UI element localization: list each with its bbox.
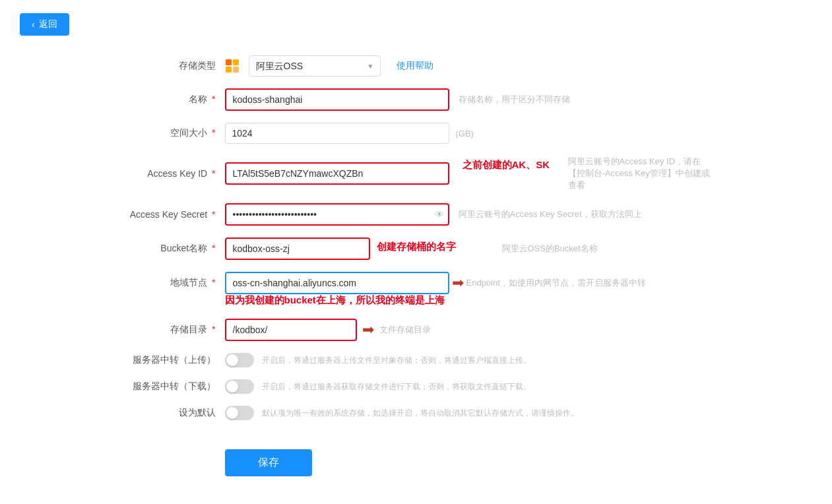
- access-secret-row: Access Key Secret * 👁 阿里云账号的Access Key S…: [119, 203, 713, 226]
- bucket-input[interactable]: [225, 237, 370, 260]
- access-secret-label: Access Key Secret *: [119, 209, 225, 220]
- server-upload-hint: 开启后，将通过服务器上传文件至对象存储；否则，将通过客户端直接上传。: [262, 355, 713, 366]
- default-hint: 默认项为唯一有效的系统存储，如选择开启，将自动取消其它默认存储方式，请谨慎操作。: [262, 408, 713, 419]
- endpoint-annotation-row: 因为我创建的bucket在上海，所以我的终端是上海: [225, 294, 713, 307]
- bucket-annotation: 创建存储桶的名字: [377, 241, 456, 253]
- dir-hint: 文件存储目录: [379, 324, 713, 336]
- access-key-id-input[interactable]: [225, 162, 449, 185]
- endpoint-arrow-icon: ➡: [452, 274, 464, 292]
- server-upload-row: 服务器中转（上传） 开启后，将通过服务器上传文件至对象存储；否则，将通过客户端直…: [119, 353, 713, 367]
- dir-row: 存储目录 * ➡ 文件存储目录: [119, 319, 713, 341]
- storage-type-select[interactable]: 阿里云OSS: [249, 55, 381, 77]
- endpoint-row: 地域节点 * ➡ Endpoint，如使用内网节点，需开启服务器中转 因为我创建…: [119, 272, 713, 307]
- size-unit: (GB): [456, 129, 474, 139]
- endpoint-required-star: *: [212, 277, 215, 288]
- aliyun-oss-icon: [225, 59, 240, 73]
- name-hint: 存储名称，用于区分不同存储: [459, 94, 713, 106]
- size-input[interactable]: [225, 123, 449, 144]
- ak-required-star: *: [212, 168, 215, 179]
- server-upload-label: 服务器中转（上传）: [119, 354, 225, 366]
- svg-rect-1: [233, 59, 239, 65]
- help-link[interactable]: 使用帮助: [397, 60, 433, 72]
- access-secret-hint: 阿里云账号的Access Key Secret，获取方法同上: [459, 208, 713, 220]
- svg-rect-2: [226, 67, 232, 73]
- save-button[interactable]: 保存: [225, 449, 312, 476]
- endpoint-hint: Endpoint，如使用内网节点，需开启服务器中转: [466, 277, 713, 289]
- bucket-hint: 阿里云OSS的Bucket名称: [502, 243, 713, 255]
- storage-type-label: 存储类型: [119, 60, 225, 72]
- storage-type-select-box[interactable]: 阿里云OSS: [249, 55, 381, 77]
- back-label: 返回: [39, 18, 57, 30]
- default-label: 设为默认: [119, 407, 225, 419]
- storage-type-row: 存储类型 阿里云OSS 使用帮助: [119, 55, 713, 77]
- dir-input[interactable]: [225, 319, 357, 341]
- access-secret-wrapper: 👁: [225, 203, 449, 226]
- save-button-row: 保存: [119, 436, 713, 476]
- bucket-required-star: *: [212, 243, 215, 253]
- ak-annotation: 之前创建的AK、SK: [463, 159, 550, 172]
- default-toggle[interactable]: [225, 406, 254, 420]
- size-label: 空间大小 *: [119, 127, 225, 139]
- default-row: 设为默认 默认项为唯一有效的系统存储，如选择开启，将自动取消其它默认存储方式，请…: [119, 406, 713, 420]
- access-secret-input[interactable]: [225, 203, 449, 226]
- required-star: *: [212, 94, 215, 104]
- eye-icon[interactable]: 👁: [435, 209, 444, 220]
- name-input[interactable]: [225, 88, 449, 111]
- dir-required-star: *: [212, 324, 215, 334]
- endpoint-annotation: 因为我创建的bucket在上海，所以我的终端是上海: [225, 294, 445, 305]
- svg-rect-3: [233, 67, 239, 73]
- sk-required-star: *: [212, 209, 215, 220]
- server-download-label: 服务器中转（下载）: [119, 381, 225, 393]
- access-key-id-label: Access Key ID *: [119, 168, 225, 179]
- endpoint-label: 地域节点 *: [119, 277, 225, 289]
- endpoint-input[interactable]: [225, 272, 449, 294]
- size-required-star: *: [212, 127, 215, 138]
- dir-arrow-icon: ➡: [362, 321, 374, 338]
- page-container: ‹ 返回 存储类型 阿里云OSS 使用帮助: [0, 0, 832, 504]
- access-key-id-row: Access Key ID * 之前创建的AK、SK 阿里云账号的Access …: [119, 156, 713, 191]
- storage-type-select-wrapper: 阿里云OSS 使用帮助: [225, 55, 433, 77]
- name-label: 名称 *: [119, 94, 225, 106]
- server-download-toggle[interactable]: [225, 379, 254, 394]
- svg-rect-0: [226, 59, 232, 65]
- back-button[interactable]: ‹ 返回: [20, 13, 69, 36]
- bucket-label: Bucket名称 *: [119, 243, 225, 255]
- server-upload-toggle[interactable]: [225, 353, 254, 367]
- name-row: 名称 * 存储名称，用于区分不同存储: [119, 88, 713, 111]
- server-download-row: 服务器中转（下载） 开启后，将通过服务器获取存储文件进行下载；否则，将获取文件直…: [119, 379, 713, 394]
- bucket-row: Bucket名称 * 创建存储桶的名字 阿里云OSS的Bucket名称: [119, 237, 713, 260]
- server-download-hint: 开启后，将通过服务器获取存储文件进行下载；否则，将获取文件直链下载。: [262, 381, 713, 393]
- dir-label: 存储目录 *: [119, 324, 225, 336]
- chevron-left-icon: ‹: [32, 19, 35, 30]
- access-key-id-hint: 阿里云账号的Access Key ID，请在【控制台-Access Key管理】…: [568, 156, 713, 191]
- oss-icon: [225, 59, 240, 73]
- form-area: 存储类型 阿里云OSS 使用帮助: [119, 55, 713, 476]
- size-row: 空间大小 * (GB): [119, 123, 713, 144]
